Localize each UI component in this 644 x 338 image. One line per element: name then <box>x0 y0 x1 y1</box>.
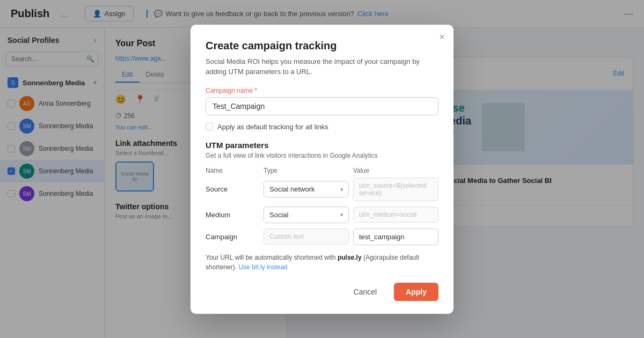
utm-source-value-placeholder: utm_source=${selected service} <box>353 178 438 201</box>
utm-campaign-type-custom: Custom text <box>264 229 349 245</box>
utm-source-label: Source <box>206 185 259 193</box>
modal-close-button[interactable]: × <box>439 32 445 42</box>
utm-row-campaign: Campaign Custom text <box>206 229 438 245</box>
utm-medium-type-select[interactable]: Social Manual <box>264 207 349 223</box>
campaign-name-label: Campaign name * <box>206 87 438 94</box>
utm-desc: Get a full view of link visitors interac… <box>206 152 438 159</box>
url-note-prefix: Your URL will be automatically shortened… <box>206 254 338 261</box>
modal-footer: Cancel Apply <box>206 283 438 301</box>
modal-description: Social Media ROI helps you measure the i… <box>206 56 438 77</box>
url-note-alt-link[interactable]: Use bit.ly instead <box>238 263 287 271</box>
utm-source-type-wrapper: Social network Manual <box>264 181 349 197</box>
apply-button[interactable]: Apply <box>394 283 438 301</box>
apply-default-row: Apply as default tracking for all links <box>206 123 438 131</box>
apply-default-label: Apply as default tracking for all links <box>217 123 328 131</box>
required-marker: * <box>254 87 257 94</box>
utm-row-medium: Medium Social Manual utm_medium=social <box>206 207 438 223</box>
campaign-name-group: Campaign name * <box>206 87 438 115</box>
utm-medium-value-placeholder: utm_medium=social <box>353 207 438 223</box>
utm-source-type-select[interactable]: Social network Manual <box>264 181 349 197</box>
apply-default-checkbox[interactable] <box>206 123 213 130</box>
url-note-brand: pulse.ly <box>338 254 362 261</box>
utm-col-type: Type <box>264 167 349 174</box>
campaign-tracking-modal: × Create campaign tracking Social Media … <box>191 25 453 314</box>
modal-title: Create campaign tracking <box>206 40 438 52</box>
modal-overlay: × Create campaign tracking Social Media … <box>0 0 644 338</box>
utm-section: UTM parameters Get a full view of link v… <box>206 141 438 245</box>
utm-col-value: Value <box>353 167 438 174</box>
utm-medium-type-wrapper: Social Manual <box>264 207 349 223</box>
utm-medium-label: Medium <box>206 211 259 219</box>
utm-campaign-value-input[interactable] <box>353 229 438 245</box>
utm-title: UTM parameters <box>206 141 438 150</box>
utm-row-source: Source Social network Manual utm_source=… <box>206 178 438 201</box>
modal-url-note: Your URL will be automatically shortened… <box>206 253 438 272</box>
utm-col-name: Name <box>206 167 259 174</box>
utm-campaign-label: Campaign <box>206 233 259 241</box>
campaign-name-input[interactable] <box>206 97 438 115</box>
utm-table-header: Name Type Value <box>206 167 438 174</box>
cancel-button[interactable]: Cancel <box>342 283 389 301</box>
